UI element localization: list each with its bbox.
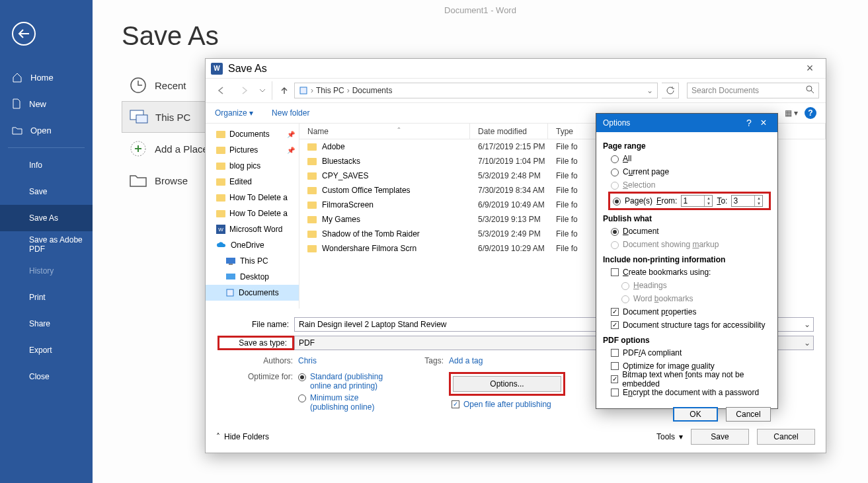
nav-home[interactable]: Home — [0, 64, 93, 91]
publish-document-radio[interactable]: Document — [603, 225, 771, 238]
bitmap-text-checkbox[interactable]: Bitmap text when fonts may not be embedd… — [603, 373, 771, 386]
tree-node[interactable]: How To Delete a — [206, 190, 299, 205]
nav-label: Home — [30, 73, 54, 83]
path-segment[interactable]: Documents — [352, 86, 393, 95]
tree-node[interactable]: WMicrosoft Word — [206, 221, 299, 237]
svg-rect-4 — [300, 87, 307, 94]
tree-node[interactable]: Desktop — [206, 269, 299, 285]
section-include: Include non-printing information — [603, 255, 771, 264]
tree-node[interactable]: Edited — [206, 174, 299, 190]
nav-save[interactable]: Save — [0, 178, 93, 205]
nav-open[interactable]: Open — [0, 117, 93, 143]
chevron-down-icon: ▾ — [679, 432, 683, 441]
nav-label: Close — [29, 372, 50, 381]
page-from-input[interactable]: 1▲▼ — [681, 195, 713, 207]
organize-button[interactable]: Organize ▾ — [215, 108, 253, 118]
hide-folders-button[interactable]: ˄Hide Folders — [216, 432, 269, 441]
authors-value[interactable]: Chris — [298, 356, 317, 365]
section-pdf-options: PDF options — [603, 336, 771, 345]
chevron-down-icon[interactable]: ⌄ — [647, 86, 653, 95]
refresh-button[interactable] — [662, 83, 679, 98]
path-segment[interactable]: This PC — [316, 86, 344, 95]
create-bookmarks-checkbox[interactable]: Create bookmarks using: — [603, 266, 771, 279]
doc-properties-checkbox[interactable]: Document properties — [603, 305, 771, 318]
page-to-input[interactable]: 3▲▼ — [731, 195, 763, 207]
nav-label: Share — [29, 319, 50, 328]
nav-up-button[interactable] — [272, 81, 290, 100]
path-bar[interactable]: › This PC › Documents ⌄ — [294, 83, 658, 98]
nav-label: Save As — [29, 213, 58, 223]
search-placeholder: Search Documents — [691, 86, 759, 95]
nav-label: Export — [29, 346, 52, 355]
tree-node[interactable]: blog pics — [206, 158, 299, 174]
folder-tree: Documents📌Pictures📌blog picsEditedHow To… — [206, 124, 299, 309]
document-library-icon — [299, 86, 308, 95]
tree-node[interactable]: How To Delete a — [206, 205, 299, 221]
column-header-date[interactable]: Date modified — [470, 124, 548, 139]
tags-value[interactable]: Add a tag — [449, 356, 483, 365]
tree-node[interactable]: Pictures📌 — [206, 142, 299, 158]
folder-open-icon — [12, 126, 22, 135]
svg-point-5 — [807, 86, 812, 91]
nav-print[interactable]: Print — [0, 284, 93, 311]
nav-forward-button[interactable] — [235, 81, 253, 100]
chevron-down-icon: ▾ — [249, 108, 253, 118]
tree-node[interactable]: Documents — [206, 285, 299, 301]
pdfa-checkbox[interactable]: PDF/A compliant — [603, 346, 771, 359]
chevron-down-icon[interactable]: ⌄ — [804, 320, 810, 329]
dialog-title: Save As — [228, 63, 267, 75]
nav-export[interactable]: Export — [0, 337, 93, 363]
arrow-up-icon — [280, 86, 289, 95]
home-icon — [12, 72, 22, 83]
options-ok-button[interactable]: OK — [673, 407, 718, 422]
file-icon — [12, 98, 21, 109]
headings-radio: Headings — [603, 279, 771, 292]
structure-tags-checkbox[interactable]: Document structure tags for accessibilit… — [603, 318, 771, 332]
nav-close[interactable]: Close — [0, 363, 93, 390]
encrypt-checkbox[interactable]: Encrypt the document with a password — [603, 386, 771, 399]
nav-save-adobe[interactable]: Save as Adobe PDF — [0, 231, 93, 258]
options-help-button[interactable]: ? — [742, 118, 756, 128]
page-range-pages-highlight: Page(s) From: 1▲▼ To: 3▲▼ — [608, 192, 771, 210]
nav-share[interactable]: Share — [0, 311, 93, 337]
save-type-label: Save as type: — [217, 336, 294, 350]
column-header-name[interactable]: Nameˆ — [299, 124, 470, 139]
dialog-cancel-button[interactable]: Cancel — [757, 429, 815, 445]
authors-label: Authors: — [232, 356, 298, 365]
svg-rect-6 — [226, 258, 235, 264]
nav-info[interactable]: Info — [0, 152, 93, 178]
view-button[interactable]: ▦ ▾ — [785, 108, 798, 118]
refresh-icon — [666, 86, 675, 95]
tree-node[interactable]: This PC — [206, 253, 299, 269]
word-icon: W — [211, 63, 223, 75]
optimize-standard-radio[interactable]: Standard (publishing online and printing… — [298, 372, 396, 390]
dialog-save-button[interactable]: Save — [691, 429, 749, 445]
help-icon[interactable]: ? — [805, 107, 816, 119]
tools-button[interactable]: Tools▾ — [656, 432, 683, 441]
new-folder-button[interactable]: New folder — [272, 108, 309, 118]
options-cancel-button[interactable]: Cancel — [726, 407, 771, 422]
tree-node[interactable]: OneDrive — [206, 237, 299, 253]
nav-label: History — [29, 266, 54, 276]
search-input[interactable]: Search Documents — [687, 83, 819, 98]
nav-new[interactable]: New — [0, 91, 93, 117]
page-range-selection-radio: Selection — [603, 178, 771, 192]
page-range-pages-radio[interactable] — [613, 198, 621, 205]
dialog-close-button[interactable]: × — [799, 61, 820, 75]
nav-back-button[interactable] — [212, 81, 231, 100]
options-button[interactable]: Options... — [453, 376, 561, 392]
optimize-minimum-radio[interactable]: Minimum size (publishing online) — [298, 393, 396, 412]
location-label: Recent — [155, 80, 186, 91]
nav-save-as[interactable]: Save As — [0, 205, 93, 231]
options-close-button[interactable]: × — [756, 117, 771, 129]
from-label: From: — [656, 196, 677, 205]
page-range-current-radio[interactable]: Current page — [603, 165, 771, 178]
pages-label: Page(s) — [625, 196, 652, 205]
nav-recent-button[interactable] — [257, 81, 268, 100]
svg-rect-2 — [136, 115, 147, 123]
page-range-all-radio[interactable]: All — [603, 152, 771, 165]
open-after-checkbox[interactable]: Open file after publishing — [452, 400, 565, 409]
chevron-down-icon[interactable]: ⌄ — [804, 338, 810, 348]
back-button[interactable] — [12, 22, 36, 46]
tree-node[interactable]: Documents📌 — [206, 126, 299, 142]
